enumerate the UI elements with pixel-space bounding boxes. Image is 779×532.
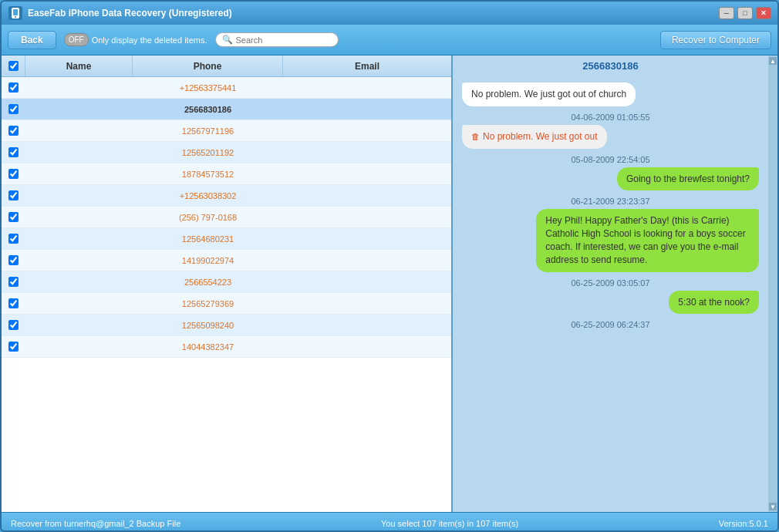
row-checkbox[interactable] [8,212,19,222]
chat-bubble: No problem. We just got out of church [462,82,636,106]
search-input[interactable] [236,35,329,45]
minimize-button[interactable]: ─ [719,7,734,19]
chat-panel: 2566830186 No problem. We just got out o… [453,56,768,512]
column-header-phone: Phone [133,56,283,76]
right-panel-wrapper: 2566830186 No problem. We just got out o… [453,56,777,512]
svg-point-3 [15,16,16,18]
app-logo [8,5,23,21]
table-row[interactable]: 12565201192 [2,142,451,163]
row-checkbox[interactable] [8,126,19,136]
scroll-up-arrow[interactable]: ▲ [769,57,777,65]
chat-scroll[interactable]: No problem. We just got out of church04-… [453,76,768,512]
row-phone: 2566830186 [133,105,283,114]
chat-timestamp: 05-08-2009 22:54:05 [462,155,759,164]
table-row[interactable]: 12564680231 [2,228,451,250]
table-row[interactable]: 12565279369 [2,293,451,315]
row-phone: (256) 797-0168 [133,213,283,222]
chat-bubble: Hey Phil! Happy Father's Day! (this is C… [536,209,759,271]
close-button[interactable]: ✕ [756,7,771,19]
chat-timestamp: 04-06-2009 01:05:55 [462,113,759,122]
row-checkbox[interactable] [8,82,19,93]
row-phone: 2566554223 [133,278,283,287]
toggle-off-label[interactable]: OFF [64,33,89,46]
column-header-name: Name [25,56,133,76]
status-right: Version:5.0.1 [719,519,768,528]
row-checkbox[interactable] [8,342,19,352]
table-row[interactable]: 14044382347 [2,336,451,358]
chat-timestamp: 06-21-2009 23:23:37 [462,197,759,206]
main-content: Name Phone Email +12563375441 2566830186… [2,56,777,512]
status-center: You select 107 item(s) in 107 item(s) [381,519,518,528]
row-phone: 12565279369 [133,299,283,308]
row-checkbox[interactable] [8,234,19,244]
chat-message-container: Going to the brewfest tonight? [462,167,759,191]
chat-message-container: Hey Phil! Happy Father's Day! (this is C… [462,209,759,271]
table-row[interactable]: 14199022974 [2,250,451,271]
toggle-container: OFF Only display the deleted items. [64,33,207,46]
chat-contact-name: 2566830186 [453,56,768,76]
table-row[interactable]: (256) 797-0168 [2,207,451,228]
back-button[interactable]: Back [8,31,56,49]
app-title: EaseFab iPhone Data Recovery (Unregister… [28,8,232,19]
maximize-button[interactable]: □ [737,7,753,19]
row-phone: 12565201192 [133,148,283,157]
chat-message-container: 🗑No problem. We just got out [462,125,759,149]
row-checkbox[interactable] [8,277,19,287]
row-checkbox[interactable] [8,147,19,157]
chat-timestamp: 06-25-2009 03:05:07 [462,278,759,288]
search-icon: 🔍 [222,35,233,45]
row-phone: +12563038302 [133,191,283,200]
status-bar: Recover from turnerhq@gmail_2 Backup Fil… [2,512,777,532]
recover-to-computer-button[interactable]: Recover to Computer [660,31,771,49]
status-left: Recover from turnerhq@gmail_2 Backup Fil… [11,519,180,528]
table-row[interactable]: 18784573512 [2,163,451,185]
table-row[interactable]: 12565098240 [2,315,451,336]
chat-message-container: No problem. We just got out of church [462,82,759,106]
chat-bubble: 5:30 at the nook? [669,291,759,315]
row-phone: +12563375441 [133,83,283,93]
row-checkbox[interactable] [8,104,19,114]
contacts-table-scroll[interactable]: +12563375441 2566830186 12567971196 1256… [2,77,451,512]
row-checkbox[interactable] [8,298,19,308]
row-phone: 18784573512 [133,170,283,179]
column-header-email: Email [283,56,451,76]
svg-rect-2 [13,9,18,15]
row-phone: 14199022974 [133,256,283,265]
row-checkbox[interactable] [8,190,19,200]
table-row[interactable]: 12567971196 [2,120,451,142]
contacts-panel: Name Phone Email +12563375441 2566830186… [2,56,453,512]
chat-message-container: 5:30 at the nook? [462,291,759,315]
table-row[interactable]: +12563038302 [2,185,451,207]
table-row[interactable]: +12563375441 [2,77,451,99]
row-checkbox[interactable] [8,255,19,265]
scroll-down-arrow[interactable]: ▼ [769,503,777,510]
title-bar: EaseFab iPhone Data Recovery (Unregister… [2,2,777,25]
right-scrollbar[interactable]: ▲ ▼ [768,56,777,512]
chat-timestamp: 06-25-2009 06:24:37 [462,320,759,329]
row-checkbox[interactable] [8,169,19,179]
trash-icon: 🗑 [471,132,480,141]
table-row[interactable]: 2566554223 [2,271,451,293]
row-phone: 12567971196 [133,126,283,136]
chat-bubble: Going to the brewfest tonight? [617,167,759,191]
table-row[interactable]: 2566830186 [2,99,451,120]
search-box[interactable]: 🔍 [215,32,339,47]
select-all-checkbox[interactable] [8,61,19,71]
toggle-text: Only display the deleted items. [92,35,207,45]
row-phone: 14044382347 [133,342,283,352]
chat-bubble-deleted: 🗑No problem. We just got out [462,125,607,149]
toolbar: Back OFF Only display the deleted items.… [2,25,777,56]
row-phone: 12564680231 [133,234,283,244]
row-checkbox[interactable] [8,320,19,330]
table-header: Name Phone Email [2,56,451,77]
row-phone: 12565098240 [133,321,283,330]
